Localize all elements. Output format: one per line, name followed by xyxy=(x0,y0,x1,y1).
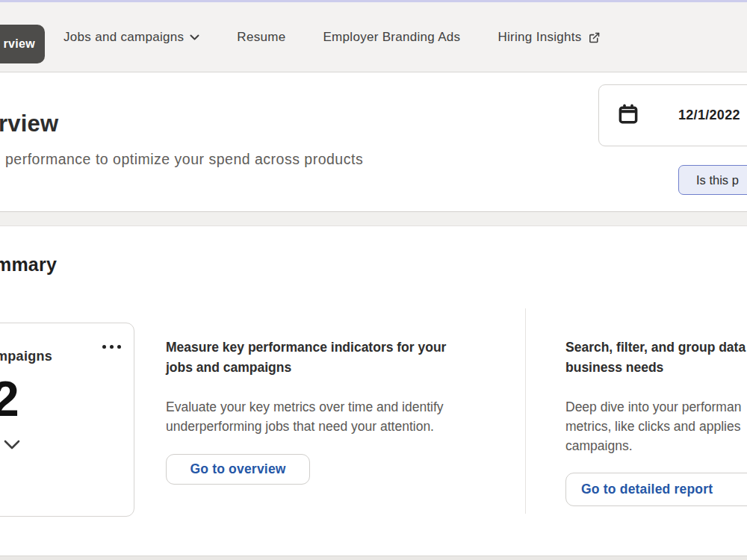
overview-desc-line: Evaluate your key metrics over time and … xyxy=(166,397,444,417)
nav-item-label: Jobs and campaigns xyxy=(63,30,184,45)
page-subtitle: performance to optimize your spend acros… xyxy=(5,151,363,168)
report-heading-line: Search, filter, and group data xyxy=(565,337,746,358)
nav-item-employer-branding-ads[interactable]: Employer Branding Ads xyxy=(323,30,460,45)
go-to-overview-label: Go to overview xyxy=(190,461,285,477)
go-to-detailed-report-label: Go to detailed report xyxy=(581,482,713,497)
nav-items: Jobs and campaigns Resume Employer Brand… xyxy=(63,2,601,72)
nav-item-hiring-insights[interactable]: Hiring Insights xyxy=(498,30,600,45)
card-value: 2 xyxy=(0,374,19,423)
report-desc-line: Deep dive into your performan xyxy=(565,397,741,417)
nav-item-resume[interactable]: Resume xyxy=(237,30,285,45)
section-divider-band xyxy=(0,211,747,226)
bottom-strip xyxy=(0,556,747,560)
date-value: 12/1/2022 xyxy=(678,108,740,123)
column-divider xyxy=(525,308,526,514)
report-block-description: Deep dive into your performan metrics, l… xyxy=(565,397,741,455)
chevron-down-icon xyxy=(190,34,199,41)
overflow-menu-icon[interactable] xyxy=(102,340,128,353)
report-desc-line: campaigns. xyxy=(565,436,741,455)
overview-desc-line: underperforming jobs that need your atte… xyxy=(166,417,444,436)
feedback-button[interactable]: Is this p xyxy=(678,165,747,195)
report-desc-line: metrics, like clicks and applies xyxy=(565,417,741,436)
overview-heading-line: Measure key performance indicators for y… xyxy=(166,337,446,358)
calendar-icon xyxy=(617,103,639,128)
nav-item-label: Employer Branding Ads xyxy=(323,30,460,45)
go-to-overview-button[interactable]: Go to overview xyxy=(166,454,310,485)
tab-overview-label: rview xyxy=(4,37,35,51)
report-block-heading: Search, filter, and group data business … xyxy=(565,337,746,378)
external-link-icon xyxy=(588,31,601,44)
overview-heading-line: jobs and campaigns xyxy=(166,358,446,378)
tab-overview-active[interactable]: rview xyxy=(0,25,45,63)
campaigns-card[interactable]: mpaigns 2 xyxy=(0,323,134,517)
feedback-button-label: Is this p xyxy=(696,173,739,187)
nav-item-label: Hiring Insights xyxy=(498,30,581,45)
overview-block-description: Evaluate your key metrics over time and … xyxy=(166,397,444,436)
summary-heading: mmary xyxy=(0,254,57,276)
nav-item-label: Resume xyxy=(237,30,285,45)
report-heading-line: business needs xyxy=(565,358,746,378)
navbar: rview Jobs and campaigns Resume Employer… xyxy=(0,2,747,72)
nav-item-jobs-and-campaigns[interactable]: Jobs and campaigns xyxy=(63,30,199,45)
overview-block-heading: Measure key performance indicators for y… xyxy=(166,337,446,378)
chevron-down-icon[interactable] xyxy=(4,440,20,453)
date-picker[interactable]: 12/1/2022 xyxy=(598,84,747,146)
page-title: rview xyxy=(0,111,58,137)
go-to-detailed-report-button[interactable]: Go to detailed report xyxy=(565,473,747,506)
card-label: mpaigns xyxy=(0,349,52,364)
